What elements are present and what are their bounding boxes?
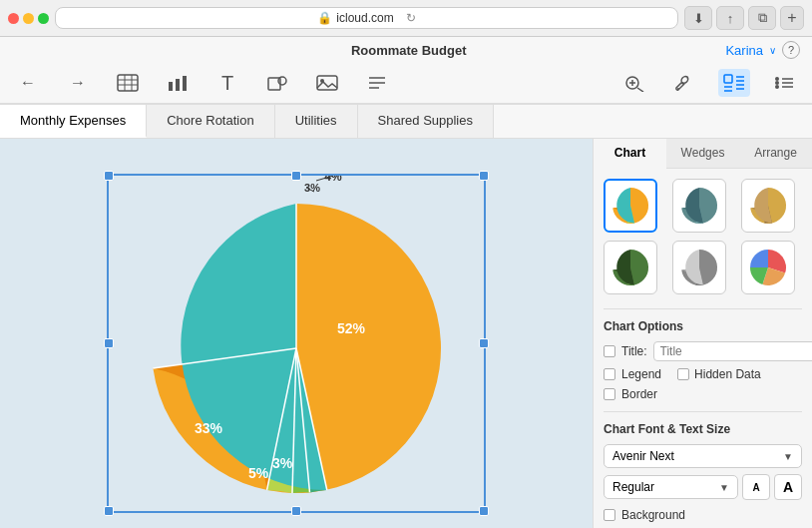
share-button[interactable]: ↑: [716, 6, 744, 30]
svg-rect-24: [724, 75, 732, 83]
chart-button[interactable]: [162, 69, 194, 97]
right-panel: Chart Wedges Arrange: [593, 139, 812, 528]
tab-chore-rotation[interactable]: Chore Rotation: [147, 105, 274, 138]
legend-checkbox[interactable]: [604, 368, 615, 380]
undo-button[interactable]: ←: [12, 69, 44, 97]
username: Karina: [725, 43, 763, 58]
table-button[interactable]: [112, 69, 144, 97]
tab-shared-supplies[interactable]: Shared Supplies: [358, 105, 494, 138]
font-family-value: Avenir Next: [612, 449, 674, 463]
font-style-value: Regular: [612, 480, 654, 494]
table-icon: [117, 74, 139, 92]
title-label: Title:: [621, 344, 647, 358]
style-thumb-icon-4: [608, 245, 653, 290]
label-4-outer: 4%: [324, 174, 342, 184]
style-thumb-icon-3: [745, 183, 791, 229]
divider-2: [604, 411, 802, 412]
font-family-dropdown[interactable]: Avenir Next ▼: [604, 444, 802, 468]
toolbar: ← → T: [0, 63, 812, 104]
divider-1: [604, 308, 802, 309]
panel-tabs: Chart Wedges Arrange: [594, 139, 812, 169]
panel-tab-arrange[interactable]: Arrange: [739, 139, 812, 168]
background-checkbox[interactable]: [604, 509, 615, 521]
title-checkbox[interactable]: [604, 345, 615, 357]
panel-tab-wedges[interactable]: Wedges: [666, 139, 739, 168]
hidden-data-label: Hidden Data: [694, 367, 761, 381]
tab-manager-button[interactable]: ⧉: [748, 6, 776, 30]
svg-point-19: [677, 88, 679, 90]
browser-buttons: ⬇ ↑ ⧉ +: [684, 6, 804, 30]
user-area[interactable]: Karina ∨ ?: [725, 41, 800, 59]
app-title: Roommate Budget: [92, 43, 725, 58]
chart-area[interactable]: 52% 33% 5% 3% 4% 3%: [0, 139, 593, 528]
download-button[interactable]: ⬇: [684, 6, 712, 30]
panel-tab-chart[interactable]: Chart: [594, 139, 666, 169]
decrease-font-button[interactable]: A: [742, 474, 770, 500]
sidebar-button[interactable]: [768, 69, 800, 97]
label-5: 5%: [248, 465, 269, 481]
app-title-bar: Roommate Budget Karina ∨ ?: [0, 37, 812, 63]
style-thumb-icon-2: [676, 183, 722, 229]
magnify-icon: [623, 74, 645, 92]
sidebar-icon: [773, 74, 795, 92]
increase-font-button[interactable]: A: [774, 474, 802, 500]
wrench-button[interactable]: [668, 69, 700, 97]
panel-content: Chart Options Title: Legend Hidden Data …: [594, 169, 812, 528]
text-button[interactable]: T: [211, 69, 243, 97]
browser-chrome: 🔒 icloud.com ↻ ⬇ ↑ ⧉ +: [0, 0, 812, 37]
title-input[interactable]: [653, 341, 812, 361]
style-thumb-6[interactable]: [741, 241, 795, 294]
font-family-chevron-icon: ▼: [783, 451, 793, 462]
address-text: icloud.com: [336, 11, 393, 25]
svg-rect-6: [176, 79, 180, 91]
shape-icon: [267, 74, 287, 92]
chart-options-title: Chart Options: [604, 319, 802, 333]
svg-point-29: [775, 85, 779, 89]
legend-row: Legend Hidden Data: [604, 367, 802, 381]
comment-icon: [366, 74, 388, 92]
svg-line-16: [637, 88, 643, 92]
background-row: Background: [604, 508, 802, 522]
help-button[interactable]: ?: [782, 41, 800, 59]
reload-icon[interactable]: ↻: [406, 11, 416, 25]
style-thumb-3[interactable]: [741, 179, 795, 233]
label-52: 52%: [337, 320, 366, 336]
style-thumb-icon-6: [745, 245, 791, 290]
border-row: Border: [604, 387, 802, 401]
label-33: 33%: [195, 420, 223, 436]
svg-point-9: [278, 77, 286, 85]
chart-icon: [167, 74, 189, 92]
new-tab-button[interactable]: +: [780, 6, 804, 30]
title-option-row: Title:: [604, 341, 802, 361]
style-thumb-icon-5: [676, 245, 722, 290]
style-thumb-2[interactable]: [672, 179, 726, 233]
svg-point-28: [775, 81, 779, 85]
svg-rect-0: [118, 75, 138, 91]
border-checkbox[interactable]: [604, 388, 615, 400]
chart-container: 52% 33% 5% 3% 4% 3%: [107, 174, 486, 513]
format-panel-button[interactable]: [718, 69, 750, 97]
image-icon: [316, 74, 338, 92]
svg-rect-7: [183, 76, 187, 91]
tab-utilities[interactable]: Utilities: [275, 105, 358, 138]
legend-label: Legend: [621, 367, 661, 381]
magnify-button[interactable]: [618, 69, 650, 97]
style-thumb-5[interactable]: [672, 241, 726, 294]
image-button[interactable]: [311, 69, 343, 97]
tab-monthly-expenses[interactable]: Monthly Expenses: [0, 105, 147, 138]
app-header: Roommate Budget Karina ∨ ? ← → T: [0, 37, 812, 105]
style-thumb-1[interactable]: [604, 179, 657, 233]
chart-style-grid: [604, 179, 802, 294]
shape-button[interactable]: [261, 69, 293, 97]
background-label: Background: [621, 508, 685, 522]
font-size-row: Regular ▼ A A: [604, 474, 802, 500]
svg-point-27: [775, 77, 779, 81]
comment-button[interactable]: [361, 69, 393, 97]
style-thumb-4[interactable]: [604, 241, 657, 294]
redo-button[interactable]: →: [62, 69, 94, 97]
border-label: Border: [621, 387, 657, 401]
svg-rect-5: [169, 82, 173, 91]
hidden-data-checkbox[interactable]: [677, 368, 689, 380]
font-style-dropdown[interactable]: Regular ▼: [604, 475, 738, 499]
address-bar[interactable]: 🔒 icloud.com ↻: [55, 7, 678, 29]
